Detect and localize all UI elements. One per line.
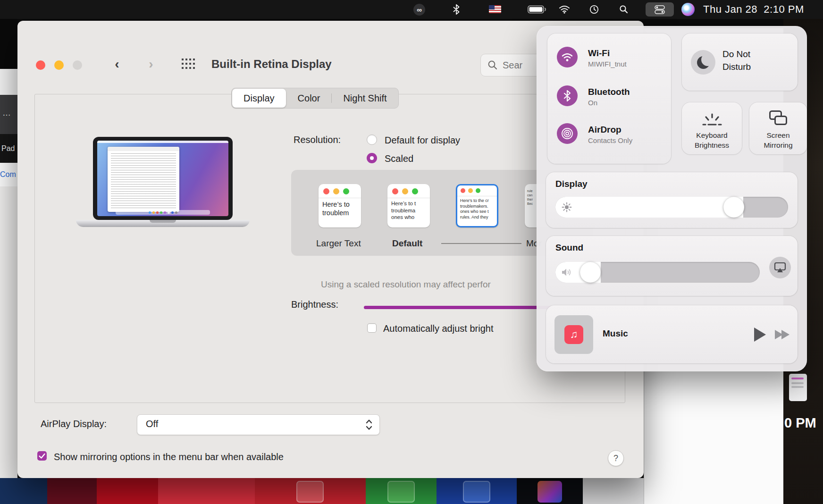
input-source-flag-icon[interactable] <box>489 5 501 13</box>
resolution-default-radio[interactable] <box>367 134 377 145</box>
scale-thumb-default[interactable]: Here’s to t troublema ones who <box>387 184 430 227</box>
resolution-scaled-label[interactable]: Scaled <box>385 153 413 164</box>
airdrop-subtitle: Contacts Only <box>588 136 632 144</box>
macbook-notch <box>150 220 176 223</box>
bottom-block-blue <box>0 478 47 504</box>
music-app-icon: ♫ <box>564 325 583 344</box>
display-slider-knob[interactable] <box>723 197 744 218</box>
macbook-illustration <box>93 137 233 220</box>
battery-icon[interactable] <box>528 5 547 14</box>
zoom-button[interactable] <box>73 60 82 70</box>
bluetooth-subtitle: On <box>588 99 597 107</box>
bottom-block-maroon <box>47 478 97 504</box>
tab-bar: Display Color Night Shift <box>231 88 399 109</box>
back-button[interactable]: ‹ <box>110 57 124 72</box>
bottom-block-red <box>158 478 255 504</box>
resolution-default-label[interactable]: Default for display <box>385 135 460 146</box>
play-button[interactable] <box>754 328 766 342</box>
close-button[interactable] <box>36 60 45 70</box>
thumb-text: troublemakers. <box>460 204 496 210</box>
minimize-button[interactable] <box>54 60 64 70</box>
creative-cloud-icon[interactable]: ∞ <box>413 4 425 16</box>
bluetooth-menu-icon[interactable] <box>453 5 460 14</box>
display-brightness-slider[interactable] <box>555 197 788 218</box>
wifi-menu-icon[interactable] <box>559 5 570 14</box>
thumb-text: Here’s to the cr <box>460 198 496 204</box>
brightness-slider[interactable] <box>364 306 562 309</box>
auto-brightness-checkbox[interactable] <box>367 323 377 333</box>
background-left-link: Com <box>0 163 17 186</box>
bluetooth-icon <box>563 90 571 101</box>
scale-tick-line <box>441 243 521 244</box>
menu-bar-clock[interactable]: Thu Jan 28 2:10 PM <box>703 0 804 19</box>
link-text: Com <box>0 170 16 178</box>
keyboard-brightness-icon <box>701 111 723 127</box>
dark-phone-screen <box>537 481 562 503</box>
bottom-block-red-phone-bg <box>255 478 366 504</box>
auto-brightness-label[interactable]: Automatically adjust bright <box>383 323 493 334</box>
thumb-text: ones who see t <box>460 209 496 215</box>
thumb-text: ones who <box>391 214 429 221</box>
tab-night-shift[interactable]: Night Shift <box>332 89 398 108</box>
background-left-tag: Pad <box>0 134 17 163</box>
screen-mirroring-label2: Mirroring <box>749 141 807 150</box>
background-left-toolbar: … <box>0 95 17 134</box>
airplay-audio-button[interactable] <box>769 257 791 278</box>
thumb-text: troublema <box>391 207 429 214</box>
do-not-disturb-card[interactable]: Do Not Disturb <box>682 34 798 91</box>
scale-label-larger-text: Larger Text <box>316 238 361 249</box>
show-mirroring-label[interactable]: Show mirroring options in the menu bar w… <box>54 452 284 462</box>
wifi-title[interactable]: Wi-Fi <box>588 48 610 59</box>
check-icon <box>37 451 47 461</box>
resolution-label: Resolution: <box>294 134 341 145</box>
control-center-menu-button[interactable] <box>646 2 674 17</box>
bottom-block-green-phone-bg <box>366 478 437 504</box>
tab-color[interactable]: Color <box>286 89 332 108</box>
tag-text: Pad <box>1 144 15 152</box>
help-button[interactable]: ? <box>608 450 624 466</box>
airplay-display-popup[interactable]: Off <box>137 414 380 435</box>
scale-thumb-selected[interactable]: Here’s to the cr troublemakers. ones who… <box>456 184 498 227</box>
bluetooth-title[interactable]: Bluetooth <box>588 87 630 97</box>
display-card: Display <box>546 172 798 228</box>
background-left-white <box>0 69 17 95</box>
macbook-document-window <box>108 147 179 212</box>
bottom-block-light <box>583 478 644 504</box>
music-card[interactable]: ♫ Music <box>546 305 798 363</box>
forward-button[interactable]: › <box>144 57 158 72</box>
sound-section-title: Sound <box>555 243 583 253</box>
screen-mirroring-tile[interactable]: Screen Mirroring <box>749 102 807 154</box>
blue-phone <box>463 481 490 503</box>
green-phone <box>387 481 415 503</box>
siri-icon[interactable] <box>681 3 695 16</box>
show-mirroring-checkbox[interactable] <box>37 451 47 461</box>
airdrop-title[interactable]: AirDrop <box>588 125 621 135</box>
red-phone <box>296 481 324 503</box>
keyboard-brightness-tile[interactable]: Keyboard Brightness <box>682 102 742 154</box>
control-center-panel: Wi-Fi MIWIFI_tnut Bluetooth On AirDrop C… <box>537 26 807 371</box>
macbook-dock <box>116 210 210 215</box>
airdrop-toggle[interactable] <box>557 123 578 144</box>
fast-forward-icon2[interactable] <box>781 330 789 339</box>
search-icon <box>487 60 498 70</box>
bluetooth-toggle[interactable] <box>557 85 578 106</box>
bottom-block-dark-phone-bg <box>517 478 583 504</box>
keyboard-brightness-label2: Brightness <box>682 141 742 150</box>
display-section-title: Display <box>555 179 588 189</box>
background-left-dark <box>0 19 17 69</box>
background-clock-fragment: 0 PM <box>784 415 816 431</box>
volume-slider-knob[interactable] <box>580 262 601 283</box>
wifi-toggle[interactable] <box>557 47 578 67</box>
scale-thumb-larger-text[interactable]: Here’s to troublem <box>319 184 361 227</box>
resolution-scaled-radio[interactable] <box>367 153 377 163</box>
tab-display[interactable]: Display <box>232 89 286 108</box>
window-title: Built-in Retina Display <box>211 58 332 71</box>
popup-value: Off <box>146 419 158 429</box>
volume-slider[interactable] <box>555 262 760 283</box>
show-all-grid-icon[interactable] <box>182 59 195 71</box>
airplay-display-label: AirPlay Display: <box>41 419 107 429</box>
time-machine-icon[interactable] <box>589 5 599 14</box>
bottom-block-blue-phone-bg <box>437 478 517 504</box>
spotlight-icon[interactable] <box>619 5 629 14</box>
control-center-icon <box>655 5 665 14</box>
